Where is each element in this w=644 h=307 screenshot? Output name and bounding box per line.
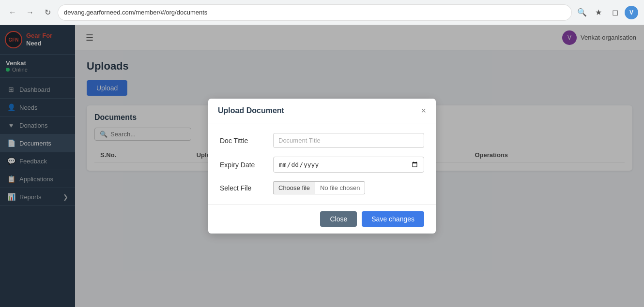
search-browser-icon[interactable]: 🔍 bbox=[575, 6, 589, 19]
address-bar[interactable] bbox=[58, 5, 571, 20]
extensions-icon[interactable]: ◻ bbox=[608, 6, 622, 19]
doc-title-label: Doc Tittle bbox=[220, 137, 273, 145]
expiry-date-label: Expiry Date bbox=[220, 161, 273, 169]
refresh-button[interactable]: ↻ bbox=[41, 6, 54, 19]
modal-title: Upload Document bbox=[218, 106, 284, 115]
doc-title-row: Doc Tittle bbox=[220, 133, 424, 148]
no-file-chosen-text: No file chosen bbox=[315, 181, 365, 194]
doc-title-input[interactable] bbox=[273, 133, 424, 148]
browser-chrome: ← → ↻ 🔍 ★ ◻ V bbox=[0, 0, 644, 25]
upload-document-modal: Upload Document × Doc Tittle Expiry Date… bbox=[208, 99, 436, 234]
modal-overlay: Upload Document × Doc Tittle Expiry Date… bbox=[0, 25, 644, 307]
modal-close-x-button[interactable]: × bbox=[421, 106, 426, 115]
choose-file-button[interactable]: Choose file bbox=[273, 181, 315, 194]
save-changes-button[interactable]: Save changes bbox=[362, 211, 424, 227]
expiry-date-input[interactable] bbox=[273, 157, 424, 173]
file-input-wrapper: Choose file No file chosen bbox=[273, 181, 365, 194]
back-button[interactable]: ← bbox=[6, 6, 19, 19]
select-file-label: Select File bbox=[220, 184, 273, 192]
modal-footer: Close Save changes bbox=[208, 204, 436, 234]
select-file-row: Select File Choose file No file chosen bbox=[220, 181, 424, 194]
profile-avatar[interactable]: V bbox=[625, 6, 638, 19]
close-button[interactable]: Close bbox=[320, 211, 357, 227]
expiry-date-row: Expiry Date bbox=[220, 157, 424, 173]
modal-header: Upload Document × bbox=[208, 99, 436, 123]
bookmark-icon[interactable]: ★ bbox=[592, 6, 605, 19]
forward-button[interactable]: → bbox=[23, 6, 37, 19]
modal-body: Doc Tittle Expiry Date Select File Choos… bbox=[208, 123, 436, 204]
